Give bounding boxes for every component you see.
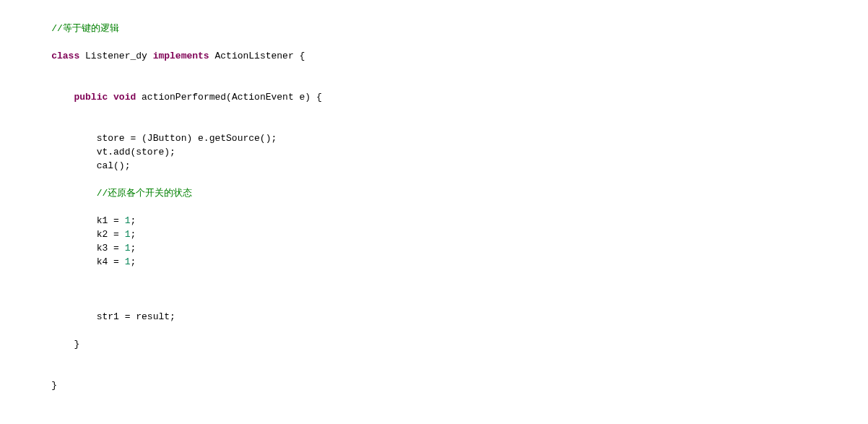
line-vt: vt.add(store);: [97, 147, 175, 157]
comment-reset: //还原各个开关的状态: [97, 188, 193, 199]
class-name: Listener_dy: [79, 51, 152, 61]
close-class: }: [51, 380, 57, 391]
k1-post: ;: [130, 215, 136, 226]
keyword-public: public: [74, 92, 108, 103]
line-cal: cal();: [97, 160, 131, 171]
k1-pre: k1 =: [97, 215, 125, 226]
keyword-class: class: [51, 51, 79, 61]
k4-pre: k4 =: [97, 256, 125, 267]
k3-pre: k3 =: [97, 243, 125, 254]
method-sig: actionPerformed(ActionEvent e) {: [136, 92, 321, 103]
close-method: }: [74, 339, 79, 350]
space: [108, 92, 113, 103]
line-str1: str1 = result;: [97, 311, 175, 322]
k2-post: ;: [130, 229, 136, 240]
k4-post: ;: [130, 256, 136, 267]
k2-pre: k2 =: [97, 229, 125, 240]
keyword-implements: implements: [153, 51, 209, 61]
keyword-void: void: [113, 92, 136, 103]
comment-top: //等于键的逻辑: [51, 23, 119, 34]
code-pre: //等于键的逻辑 class Listener_dy implements Ac…: [29, 22, 868, 392]
code-block: //等于键的逻辑 class Listener_dy implements Ac…: [0, 0, 868, 414]
line-store: store = (JButton) e.getSource();: [97, 133, 277, 144]
impl-name: ActionListener {: [209, 51, 305, 61]
k3-post: ;: [130, 243, 136, 254]
